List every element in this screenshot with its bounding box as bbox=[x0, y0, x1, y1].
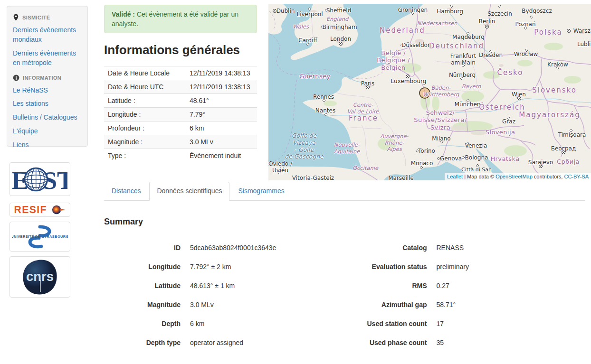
resif-logo-link[interactable]: RESIF bbox=[10, 203, 70, 217]
info-value: 7.79° bbox=[186, 108, 257, 121]
eost-logo: E ST bbox=[12, 165, 67, 194]
info-value: 48.61° bbox=[186, 94, 257, 108]
eost-logo-link[interactable]: E ST bbox=[10, 162, 70, 196]
cnrs-logo: cnrs bbox=[21, 258, 59, 296]
tab-bar: DistancesDonnées scientifiquesSismogramm… bbox=[104, 182, 585, 201]
summary-label: Evaluation status bbox=[345, 262, 427, 271]
info-value: 3.0 MLv bbox=[186, 135, 257, 149]
summary-label: Latitude bbox=[104, 281, 181, 290]
sidebar-link[interactable]: Liens bbox=[13, 140, 82, 150]
summary-left-column: ID 5dcab63ab8024f0001c3643e Longitude 7.… bbox=[104, 243, 345, 357]
epicenter-marker bbox=[419, 88, 430, 98]
tab[interactable]: Données scientifiques bbox=[149, 182, 229, 201]
validation-alert: Validé : Cet évènement a été validé par … bbox=[104, 5, 257, 33]
resif-arrow-icon bbox=[60, 209, 65, 211]
osm-link[interactable]: OpenStreetMap bbox=[496, 174, 533, 179]
eost-globe-icon bbox=[25, 168, 48, 191]
summary-right-column: Catalog RENASS Evaluation status prelimi… bbox=[345, 243, 586, 357]
summary-value: 35 bbox=[437, 338, 444, 347]
info-label: Magnitude : bbox=[104, 135, 186, 149]
summary-value: 6 km bbox=[190, 319, 204, 328]
unistra-swoosh-bottom bbox=[30, 238, 41, 247]
info-label: Date & Heure Locale bbox=[104, 66, 186, 80]
table-row: Magnitude : 3.0 MLv bbox=[104, 135, 257, 149]
info-icon bbox=[13, 75, 19, 81]
table-row: Latitude : 48.61° bbox=[104, 94, 257, 108]
summary-value: 48.613° ± 1 km bbox=[190, 281, 235, 290]
table-row: Date & Heure UTC 12/11/2019 13:38:13 bbox=[104, 80, 257, 94]
table-row: Date & Heure Locale 12/11/2019 14:38:13 bbox=[104, 66, 257, 80]
summary-value: 0.27 bbox=[437, 281, 449, 290]
page-title: Informations générales bbox=[104, 43, 240, 57]
summary-label: Azimuthal gap bbox=[345, 300, 427, 309]
summary-label: RMS bbox=[345, 281, 427, 290]
summary-row: Evaluation status preliminary bbox=[345, 262, 586, 271]
sidebar-link[interactable]: Bulletins / Catalogues bbox=[13, 113, 82, 122]
sidebar-link[interactable]: Derniers évènements en métropole bbox=[13, 49, 82, 68]
summary-label: ID bbox=[104, 243, 181, 252]
summary-value: 3.0 MLv bbox=[190, 300, 214, 309]
map-tiles bbox=[268, 4, 591, 180]
summary-value: 58.71° bbox=[437, 300, 456, 309]
table-row: Type : Événement induit bbox=[104, 149, 257, 163]
info-label: Date & Heure UTC bbox=[104, 80, 186, 94]
sidebar-links-information: Le RéNaSSLes stationsBulletins / Catalog… bbox=[13, 86, 82, 150]
summary-row: Used station count 17 bbox=[345, 319, 586, 328]
sidebar-link[interactable]: Le RéNaSS bbox=[13, 86, 82, 95]
resif-logo: RESIF bbox=[12, 204, 68, 215]
svg-text:UNIVERSITÉ DE STRASBOURG: UNIVERSITÉ DE STRASBOURG bbox=[12, 234, 68, 239]
summary-row: Azimuthal gap 58.71° bbox=[345, 300, 586, 309]
summary-value: preliminary bbox=[437, 262, 469, 271]
info-label: Profondeur : bbox=[104, 121, 186, 135]
tab[interactable]: Sismogrammes bbox=[230, 182, 292, 201]
sidebar-link[interactable]: L'équipe bbox=[13, 127, 82, 136]
info-label: Longitude : bbox=[104, 108, 186, 121]
sidebar: SISMICITÉ Derniers évènements mondiauxDe… bbox=[7, 6, 88, 147]
leaflet-link[interactable]: Leaflet bbox=[447, 174, 463, 179]
cnrs-logo-link[interactable]: cnrs bbox=[10, 256, 70, 298]
sidebar-section-sismicite: SISMICITÉ bbox=[13, 14, 82, 21]
info-value: 12/11/2019 14:38:13 bbox=[186, 66, 257, 80]
summary-label: Longitude bbox=[104, 262, 181, 271]
sidebar-section-information: INFORMATION bbox=[13, 75, 82, 81]
summary-row: Longitude 7.792° ± 2 km bbox=[104, 262, 345, 271]
page: SISMICITÉ Derniers évènements mondiauxDe… bbox=[0, 0, 591, 364]
general-info-table: Date & Heure Locale 12/11/2019 14:38:13 … bbox=[104, 66, 257, 162]
summary-row: Latitude 48.613° ± 1 km bbox=[104, 281, 345, 290]
map-pin-icon bbox=[13, 14, 19, 21]
summary-value: operator assigned bbox=[190, 338, 243, 347]
summary-row: Depth 6 km bbox=[104, 319, 345, 328]
sidebar-section-title: INFORMATION bbox=[23, 75, 61, 81]
info-label: Type : bbox=[104, 149, 186, 163]
info-label: Latitude : bbox=[104, 94, 186, 108]
table-row: Longitude : 7.79° bbox=[104, 108, 257, 121]
summary-label: Magnitude bbox=[104, 300, 181, 309]
summary-title: Summary bbox=[104, 217, 143, 227]
summary-row: Magnitude 3.0 MLv bbox=[104, 300, 345, 309]
info-value: 6 km bbox=[186, 121, 257, 135]
summary-value: 5dcab63ab8024f0001c3643e bbox=[190, 243, 276, 252]
resif-sphere-icon bbox=[52, 205, 61, 214]
summary-section: ID 5dcab63ab8024f0001c3643e Longitude 7.… bbox=[104, 243, 585, 357]
summary-row: Catalog RENASS bbox=[345, 243, 586, 252]
sidebar-link[interactable]: Les stations bbox=[13, 99, 82, 109]
summary-label: Used station count bbox=[345, 319, 427, 328]
summary-row: Depth type operator assigned bbox=[104, 338, 345, 347]
unistra-logo: UNIVERSITÉ DE STRASBOURG bbox=[12, 224, 68, 250]
sidebar-links-sismicite: Derniers évènements mondiauxDerniers évè… bbox=[13, 26, 82, 68]
info-value: 12/11/2019 13:38:13 bbox=[186, 80, 257, 94]
sidebar-section-title: SISMICITÉ bbox=[22, 15, 50, 20]
summary-label: Used phase count bbox=[345, 338, 427, 347]
sidebar-link[interactable]: Derniers évènements mondiaux bbox=[13, 26, 82, 45]
summary-label: Catalog bbox=[345, 243, 427, 252]
unistra-logo-link[interactable]: UNIVERSITÉ DE STRASBOURG bbox=[10, 222, 70, 252]
svg-text:cnrs: cnrs bbox=[26, 269, 54, 284]
summary-row: Used phase count 35 bbox=[345, 338, 586, 347]
summary-label: Depth type bbox=[104, 338, 181, 347]
license-link[interactable]: CC-BY-SA bbox=[564, 174, 589, 179]
tab[interactable]: Distances bbox=[104, 182, 148, 201]
summary-value: RENASS bbox=[437, 243, 464, 252]
summary-label: Depth bbox=[104, 319, 181, 328]
map-attribution: Leaflet | Map data © OpenStreetMap contr… bbox=[445, 173, 591, 180]
map[interactable]: DublinLiverpoolSheffieldEnglandWalesBirm… bbox=[268, 4, 591, 180]
